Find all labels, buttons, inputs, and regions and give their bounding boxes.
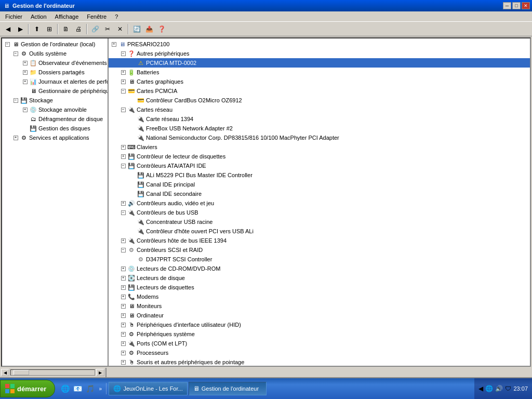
left-scroll-thumb[interactable] [14,370,29,375]
ie-icon[interactable]: 🌐 [59,383,71,394]
right-canal-s[interactable]: 💾 Canal IDE secondaire [109,189,530,198]
bat-expand[interactable]: + [119,68,127,76]
audio-expand[interactable]: + [119,199,127,207]
modem-expand[interactable]: + [119,292,127,301]
right-creseau[interactable]: − 🔌 Cartes réseau [109,105,530,114]
menu-help[interactable]: ? [111,12,122,21]
right-canal-p[interactable]: 💾 Canal IDE principal [109,180,530,189]
left-scroll-left[interactable]: ◀ [1,369,9,376]
print-button[interactable]: 🖨 [73,23,84,35]
up-button[interactable]: ⬆ [31,23,43,35]
ldisk-expand[interactable]: + [119,274,127,282]
right-freebox[interactable]: 🔌 FreeBox USB Network Adapter #2 [109,124,530,133]
tray-back-icon[interactable]: ◀ [478,385,483,392]
right-cardbus[interactable]: 💳 Contrôleur CardBus O2Micro OZ6912 [109,96,530,105]
tree-gestion-disques[interactable]: 💾 Gestion des disques [2,124,108,133]
menu-fichier[interactable]: Fichier [1,12,26,21]
port-expand[interactable]: + [119,339,127,348]
right-ieee[interactable]: + 🔌 Contrôleurs hôte de bus IEEE 1394 [109,236,530,245]
scsi-expand[interactable]: − [119,246,127,254]
right-batteries[interactable]: + 🔋 Batteries [109,68,530,77]
left-scroll-track[interactable] [10,369,95,376]
refresh-button[interactable]: 🔄 [131,23,142,35]
menu-fenetre[interactable]: Fenêtre [83,12,111,21]
clav-expand[interactable]: + [119,143,127,151]
right-claviers[interactable]: + ⌨ Claviers [109,142,530,152]
right-hid[interactable]: + 🖱 Périphériques d'interface utilisateu… [109,320,530,329]
quicklaunch-more[interactable]: » [97,383,104,394]
tree-outils[interactable]: − ⚙ Outils système [2,49,108,58]
usb-expand[interactable]: − [119,208,127,217]
jrn-expand[interactable]: + [21,77,29,86]
right-cdrom[interactable]: + 💿 Lecteurs de CD-ROM/DVD-ROM [109,264,530,273]
outils-expand[interactable]: − [11,49,20,58]
taskbar-item-1[interactable]: 🖥 Gestion de l'ordinateur [189,382,267,395]
mon-expand[interactable]: + [119,302,127,310]
right-ordinateur[interactable]: + 🖥 Ordinateur [109,311,530,320]
left-scroll-right[interactable]: ▶ [96,369,104,376]
start-button[interactable]: démarrer [0,380,55,397]
ieee-expand[interactable]: + [119,236,127,245]
doss-expand[interactable]: + [21,68,29,76]
connect-button[interactable]: 🔗 [89,23,101,35]
souris-expand[interactable]: + [119,358,127,366]
right-ali[interactable]: 💾 ALi M5229 PCI Bus Master IDE Controlle… [109,170,530,180]
cpcmcia-expand[interactable]: − [119,87,127,95]
right-d347[interactable]: ⚙ D347PRT SCSI Controller [109,255,530,264]
tree-amovible[interactable]: + 💿 Stockage amovible [2,105,108,114]
hid-expand[interactable]: + [119,321,127,329]
flopctrl-expand[interactable]: + [119,152,127,161]
export-button[interactable]: 📤 [143,23,155,35]
volume-tray-icon[interactable]: 🔊 [495,385,503,392]
right-usb[interactable]: − 🔌 Contrôleurs de bus USB [109,208,530,217]
view-button[interactable]: ⊞ [44,23,55,35]
obs-expand[interactable]: + [21,59,29,67]
cut-button[interactable]: ✂ [102,23,113,35]
right-usbhote[interactable]: 🔌 Contrôleur d'hôte ouvert PCI vers USB … [109,227,530,236]
outlook-icon[interactable]: 📧 [72,383,83,394]
ord-expand[interactable]: + [119,311,127,320]
right-hub[interactable]: 🔌 Concentrateur USB racine [109,217,530,227]
right-national[interactable]: 🔌 National Semiconductor Corp. DP83815/8… [109,133,530,142]
lflop-expand[interactable]: + [119,283,127,291]
back-button[interactable]: ◀ [2,23,14,35]
media-icon[interactable]: 🎵 [84,383,96,394]
amov-expand[interactable]: + [21,105,29,114]
right-cpcmcia[interactable]: − 💳 Cartes PCMCIA [109,86,530,96]
right-panel[interactable]: + 🖥 PRESARIO2100 − ❓ Autres périphérique… [109,38,530,366]
right-proc[interactable]: + ⚙ Processeurs [109,348,530,357]
tree-defrag[interactable]: 🗂 Défragmenteur de disque [2,114,108,124]
tree-services[interactable]: + ⚙ Services et applications [2,133,108,142]
security-tray-icon[interactable]: 🛡 [505,385,511,392]
close-button[interactable]: ✕ [522,2,530,9]
right-scsi[interactable]: − ⚙ Contrôleurs SCSI et RAID [109,245,530,255]
help-button[interactable]: ❓ [156,23,167,35]
left-panel[interactable]: − 🖥 Gestion de l'ordinateur (local) − ⚙ … [2,38,109,366]
stock-expand[interactable]: − [11,96,20,104]
cg-expand[interactable]: + [119,77,127,86]
root-expand[interactable]: − [3,40,11,48]
right-ports[interactable]: + 🔌 Ports (COM et LPT) [109,339,530,348]
rroot-expand[interactable]: + [110,40,118,48]
tree-observateur[interactable]: + 📋 Observateur d'événements [2,58,108,68]
serv-expand[interactable]: + [11,134,20,142]
properties-button[interactable]: 🗎 [60,23,72,35]
tree-journaux[interactable]: + 📊 Journaux et alertes de perfo [2,77,108,86]
right-net1394[interactable]: 🔌 Carte réseau 1394 [109,114,530,124]
right-ldisk[interactable]: + 💽 Lecteurs de disque [109,273,530,283]
right-perif-sys[interactable]: + ⚙ Périphériques système [109,329,530,339]
creseau-expand[interactable]: − [119,105,127,114]
forward-button[interactable]: ▶ [15,23,26,35]
cdrom-expand[interactable]: + [119,264,127,273]
tree-gestionnaire[interactable]: 🖥 Gestionnaire de périphérique [2,86,108,96]
proc-expand[interactable]: + [119,349,127,357]
ps-expand[interactable]: + [119,330,127,338]
taskbar-item-0[interactable]: 🌐 JeuxOnLine - Les For... [109,382,187,395]
right-audio[interactable]: + 🔊 Contrôleurs audio, vidéo et jeu [109,198,530,208]
tree-dossiers[interactable]: + 📁 Dossiers partagés [2,68,108,77]
tree-stockage[interactable]: − 💾 Stockage [2,96,108,105]
delete-button[interactable]: ✕ [114,23,126,35]
network-tray-icon[interactable]: 🌐 [485,385,493,392]
tree-root[interactable]: − 🖥 Gestion de l'ordinateur (local) [2,39,108,49]
right-autres[interactable]: − ❓ Autres périphériques [109,49,530,58]
